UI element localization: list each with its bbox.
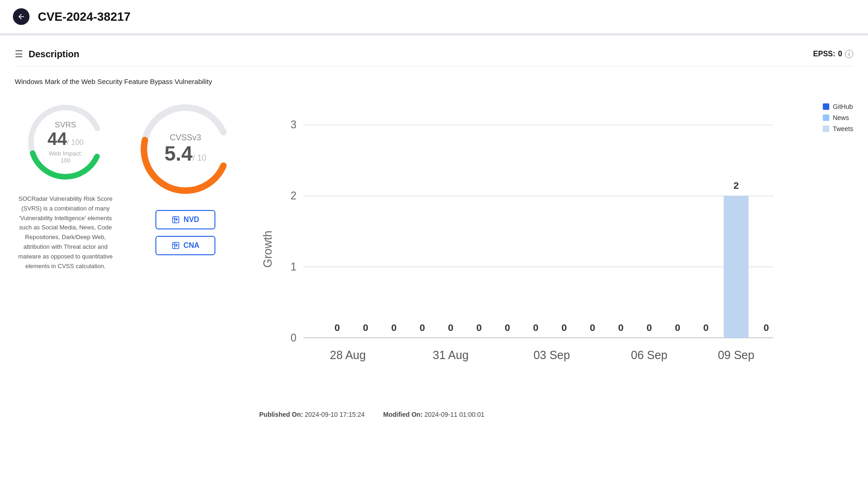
github-label: GitHub xyxy=(833,103,853,110)
svg-text:0: 0 xyxy=(618,322,624,333)
svg-text:1: 1 xyxy=(291,261,297,273)
svg-text:31 Aug: 31 Aug xyxy=(433,348,469,361)
epss-label: EPSS: 0 i xyxy=(813,50,853,58)
svg-text:06 Sep: 06 Sep xyxy=(631,348,667,361)
description-icon: ☰ xyxy=(15,48,23,60)
nvd-label: NVD xyxy=(184,216,199,224)
cvss-gauge: CVSSv3 5.4/ 10 xyxy=(135,98,236,200)
published-label: Published On: xyxy=(259,411,303,418)
back-button[interactable] xyxy=(13,8,30,25)
svg-text:0: 0 xyxy=(533,322,539,333)
svg-text:0: 0 xyxy=(291,332,297,344)
cna-label: CNA xyxy=(184,241,200,250)
main-content: ☰ Description EPSS: 0 i Windows Mark of … xyxy=(0,36,868,433)
svg-text:0: 0 xyxy=(391,322,397,333)
epss-text: EPSS: xyxy=(813,50,835,58)
section-title: Description xyxy=(29,49,79,60)
nvd-button[interactable]: NVD xyxy=(155,210,215,229)
tweets-color xyxy=(823,126,829,132)
chart-legend: GitHub News Tweets xyxy=(823,103,853,402)
epss-value: 0 xyxy=(838,50,842,58)
bar-09sep xyxy=(724,196,749,338)
published-on: Published On: 2024-09-10 17:15:24 xyxy=(259,411,365,418)
legend-github: GitHub xyxy=(823,103,853,110)
cna-button[interactable]: CNA xyxy=(155,236,215,255)
svg-text:0: 0 xyxy=(420,322,425,333)
modified-on: Modified On: 2024-09-11 01:00:01 xyxy=(383,411,484,418)
modified-label: Modified On: xyxy=(383,411,423,418)
section-title-wrap: ☰ Description xyxy=(15,48,79,60)
svg-text:0: 0 xyxy=(476,322,482,333)
published-row: Published On: 2024-09-10 17:15:24 Modifi… xyxy=(259,411,853,418)
chart-main: Growth 3 2 1 0 xyxy=(259,98,809,402)
link-buttons: NVD CNA xyxy=(155,210,215,255)
svg-text:3: 3 xyxy=(291,119,297,131)
svrs-gauge: SVRS 44/ 100 Web Impact: 100 xyxy=(22,98,109,186)
svg-text:0: 0 xyxy=(334,322,340,333)
svg-text:Growth: Growth xyxy=(261,230,274,267)
svg-text:0: 0 xyxy=(448,322,453,333)
svg-text:0: 0 xyxy=(363,322,369,333)
chart-area: Growth 3 2 1 0 xyxy=(259,98,853,402)
charts-row: SVRS 44/ 100 Web Impact: 100 SOCRadar Vu… xyxy=(15,98,853,418)
github-color xyxy=(823,103,829,110)
tweets-label: Tweets xyxy=(833,125,853,132)
svg-text:28 Aug: 28 Aug xyxy=(330,348,366,361)
svg-text:0: 0 xyxy=(561,322,567,333)
published-value: 2024-09-10 17:15:24 xyxy=(305,411,365,418)
svg-text:0: 0 xyxy=(647,322,652,333)
news-label: News xyxy=(833,114,849,121)
svg-text:03 Sep: 03 Sep xyxy=(534,348,570,361)
svg-text:0: 0 xyxy=(764,322,769,333)
news-color xyxy=(823,114,829,121)
page-title: CVE-2024-38217 xyxy=(38,10,131,24)
section-header: ☰ Description EPSS: 0 i xyxy=(15,48,853,66)
description-text: Windows Mark of the Web Security Feature… xyxy=(15,78,853,85)
svg-text:0: 0 xyxy=(590,322,595,333)
modified-value: 2024-09-11 01:00:01 xyxy=(424,411,484,418)
epss-info-icon[interactable]: i xyxy=(845,50,853,58)
header: CVE-2024-38217 xyxy=(0,0,868,34)
bar-chart-svg: Growth 3 2 1 0 xyxy=(259,98,809,400)
svrs-description: SOCRadar Vulnerability Risk Score (SVRS)… xyxy=(15,194,116,271)
svg-text:0: 0 xyxy=(675,322,680,333)
svrs-block: SVRS 44/ 100 Web Impact: 100 SOCRadar Vu… xyxy=(15,98,116,271)
svg-text:2: 2 xyxy=(291,190,297,202)
svg-text:2: 2 xyxy=(733,180,739,191)
legend-tweets: Tweets xyxy=(823,125,853,132)
svg-text:0: 0 xyxy=(505,322,510,333)
legend-news: News xyxy=(823,114,853,121)
svg-text:09 Sep: 09 Sep xyxy=(718,348,754,361)
svg-text:0: 0 xyxy=(703,322,709,333)
cvss-block: CVSSv3 5.4/ 10 NVD xyxy=(135,98,236,255)
chart-block: Growth 3 2 1 0 xyxy=(255,98,853,418)
